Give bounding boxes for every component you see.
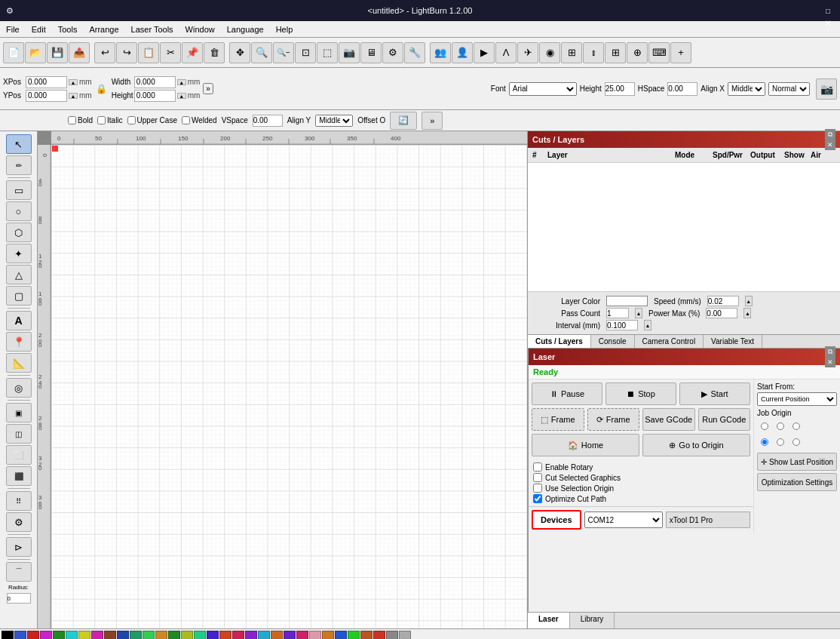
origin-tc[interactable] xyxy=(773,419,788,434)
devices-button[interactable]: Devices xyxy=(532,510,581,530)
cuts-float-button[interactable]: ⧉ xyxy=(825,129,835,140)
rounded-rect-tool[interactable]: ▢ xyxy=(6,286,32,306)
align-left-tool[interactable]: ⬜ xyxy=(6,445,32,465)
tab-variable-text[interactable]: Variable Text xyxy=(704,335,762,348)
speed-spinner[interactable]: ▲ xyxy=(745,296,753,306)
palette-cell-11[interactable]: 11 xyxy=(143,631,155,640)
cuts-close-button[interactable]: ✕ xyxy=(825,140,835,150)
paste-button[interactable]: 📌 xyxy=(182,42,203,63)
height-input[interactable] xyxy=(134,90,176,102)
polygon-tool[interactable]: ⬡ xyxy=(6,223,32,242)
palette-cell-27[interactable]: 27 xyxy=(348,631,360,640)
com-select[interactable]: COM12 xyxy=(584,512,663,528)
go-to-origin-button[interactable]: ⊕ Go to Origin xyxy=(642,434,750,456)
camera-button[interactable]: 📷 xyxy=(339,42,360,63)
menu-edit[interactable]: Edit xyxy=(26,23,52,35)
tab-camera-control[interactable]: Camera Control xyxy=(635,335,704,348)
tab-laser[interactable]: Laser xyxy=(528,613,570,628)
palette-cell-22[interactable]: 22 xyxy=(284,631,296,640)
stop-button[interactable]: ⏹ Stop xyxy=(605,382,676,405)
delete-button[interactable]: 🗑 xyxy=(204,42,225,63)
extra-button[interactable]: + xyxy=(670,42,691,63)
palette-cell-21[interactable]: 21 xyxy=(271,631,283,640)
menu-laser-tools[interactable]: Laser Tools xyxy=(125,23,179,35)
palette-cell-T1[interactable]: T1 xyxy=(386,631,398,640)
weld-button[interactable]: ✈ xyxy=(517,42,538,63)
node-edit-tool[interactable]: ✏ xyxy=(6,155,32,175)
optimize-cut-checkbox[interactable] xyxy=(533,494,542,503)
palette-cell-T2[interactable]: T2 xyxy=(399,631,411,640)
move-tool-button[interactable]: ✥ xyxy=(229,42,250,63)
palette-cell-04[interactable]: 04 xyxy=(53,631,65,640)
group-tool[interactable]: ▣ xyxy=(6,403,32,422)
zoom-window-button[interactable]: ⬚ xyxy=(317,42,338,63)
palette-cell-28[interactable]: 28 xyxy=(360,631,372,640)
vspace-input[interactable] xyxy=(253,115,283,127)
frame1-button[interactable]: ⬚ Frame xyxy=(532,408,584,431)
ypos-spinner-up[interactable]: ▲ xyxy=(69,93,78,99)
align-right-tool[interactable]: ⬛ xyxy=(6,466,32,486)
canvas-area[interactable]: 0 50 100 150 200 250 300 350 400 xyxy=(38,131,527,628)
interval-spinner[interactable]: ▲ xyxy=(644,320,651,330)
palette-cell-29[interactable]: 29 xyxy=(373,631,385,640)
palette-cell-20[interactable]: 20 xyxy=(258,631,270,640)
enable-rotary-checkbox[interactable] xyxy=(533,462,542,472)
show-last-position-button[interactable]: ✛ Show Last Position xyxy=(757,453,837,471)
tab-console[interactable]: Console xyxy=(591,335,635,348)
pause-button[interactable]: ⏸ Pause xyxy=(532,382,602,405)
pass-count-input[interactable] xyxy=(606,308,629,318)
palette-cell-09[interactable]: 09 xyxy=(117,631,129,640)
palette-cell-19[interactable]: 19 xyxy=(245,631,257,640)
palette-cell-13[interactable]: 13 xyxy=(168,631,180,640)
save-button[interactable]: 💾 xyxy=(47,42,68,63)
align-y-select[interactable]: Middle xyxy=(315,115,353,127)
menu-file[interactable]: File xyxy=(0,23,26,35)
palette-cell-08[interactable]: 08 xyxy=(104,631,116,640)
redo-button[interactable]: ↪ xyxy=(116,42,137,63)
canvas-grid[interactable] xyxy=(51,145,527,628)
align-x-select[interactable]: Middle xyxy=(728,82,765,96)
macro-button[interactable]: ⌨ xyxy=(648,42,670,63)
palette-cell-03[interactable]: 03 xyxy=(40,631,52,640)
palette-cell-02[interactable]: 02 xyxy=(27,631,39,640)
palette-cell-07[interactable]: 07 xyxy=(91,631,103,640)
open-button[interactable]: 📂 xyxy=(25,42,46,63)
menu-arrange[interactable]: Arrange xyxy=(83,23,124,35)
menu-window[interactable]: Window xyxy=(179,23,221,35)
font-select[interactable]: Arial xyxy=(509,82,577,96)
gear-tool[interactable]: ⚙ xyxy=(6,512,32,532)
power-max-input[interactable] xyxy=(706,308,737,318)
marker-tool[interactable]: 📍 xyxy=(6,332,32,352)
arc-tool[interactable]: ⌒ xyxy=(6,562,32,582)
menu-tools[interactable]: Tools xyxy=(52,23,84,35)
palette-cell-18[interactable]: 18 xyxy=(232,631,244,640)
optimization-settings-button[interactable]: Optimization Settings xyxy=(757,473,837,491)
laser-float-button[interactable]: ⧉ xyxy=(825,346,835,357)
menu-language[interactable]: Language xyxy=(221,23,270,35)
circle-tool-button[interactable]: ◉ xyxy=(539,42,560,63)
laser-run-button[interactable]: ▶ xyxy=(474,42,495,63)
lock-icon[interactable]: 🔒 xyxy=(95,78,109,100)
dist-button[interactable]: ⫾ xyxy=(583,42,604,63)
speed-input[interactable] xyxy=(707,296,739,306)
tools-button[interactable]: 🔧 xyxy=(404,42,425,63)
normal-select[interactable]: Normal xyxy=(768,82,810,96)
interval-input[interactable] xyxy=(606,320,638,330)
align-button[interactable]: ⊞ xyxy=(561,42,582,63)
height-spinner-up[interactable]: ▲ xyxy=(177,93,186,99)
undo-button[interactable]: ↩ xyxy=(94,42,115,63)
origin-br[interactable] xyxy=(789,435,804,450)
ungroup-tool[interactable]: ◫ xyxy=(6,424,32,444)
bold-checkbox[interactable] xyxy=(68,116,76,124)
settings-button[interactable]: ⚙ xyxy=(382,42,403,63)
palette-cell-23[interactable]: 23 xyxy=(296,631,308,640)
origin-tl[interactable] xyxy=(757,419,772,434)
rect-tool[interactable]: ▭ xyxy=(6,180,32,200)
expand-btn2[interactable]: » xyxy=(422,112,443,130)
palette-cell-00[interactable]: 00 xyxy=(2,631,14,640)
welded-checkbox[interactable] xyxy=(182,116,190,124)
tab-library[interactable]: Library xyxy=(570,613,615,628)
export-button[interactable]: 📤 xyxy=(69,42,90,63)
user1-button[interactable]: 👥 xyxy=(430,42,451,63)
power-spinner[interactable]: ▲ xyxy=(743,308,751,318)
